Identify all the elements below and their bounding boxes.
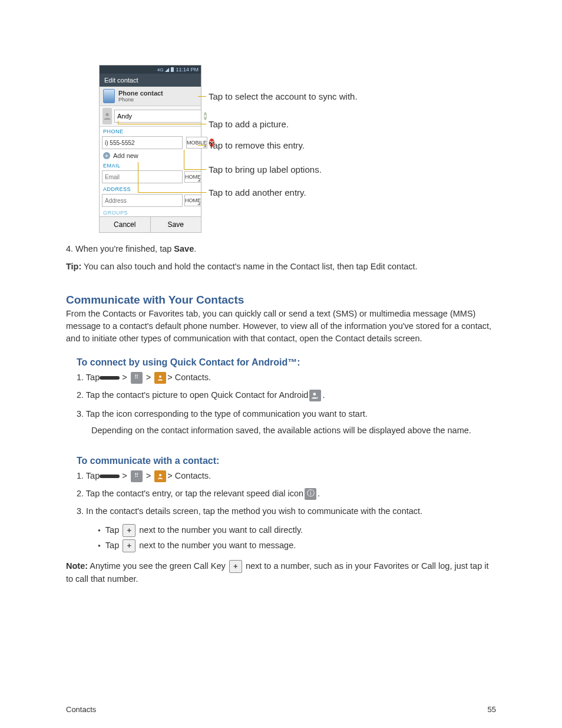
plus-box-icon: + xyxy=(123,524,135,537)
address-label-spinner[interactable]: HOME xyxy=(184,195,201,206)
email-input[interactable] xyxy=(102,170,183,183)
callout-label: Tap to bring up label options. xyxy=(209,164,322,174)
signal-icon xyxy=(165,68,169,72)
account-type: Phone contact xyxy=(118,90,197,97)
save-button[interactable]: Save xyxy=(151,217,201,232)
footer-section: Contacts xyxy=(66,704,96,716)
svg-point-4 xyxy=(159,474,161,476)
account-row[interactable]: Phone contact Phone xyxy=(100,87,201,106)
cancel-button[interactable]: Cancel xyxy=(100,217,151,232)
status-time: 11:14 PM xyxy=(176,67,199,73)
speed-dial-icon: ⓘ xyxy=(305,488,316,500)
home-key-icon xyxy=(100,376,120,380)
svg-point-1 xyxy=(159,375,161,378)
svg-point-0 xyxy=(105,113,108,116)
phone-entry-row: MOBILE ✕ xyxy=(100,135,201,150)
qc-step-2: 2. Tap the contact's picture to open Qui… xyxy=(77,389,507,401)
callout-add: Tap to add another entry. xyxy=(209,187,306,197)
contacts-icon xyxy=(154,372,166,384)
callout-picture: Tap to add a picture. xyxy=(209,119,289,129)
svg-point-2 xyxy=(313,393,316,396)
callout-account: Tap to select the account to sync with. xyxy=(209,91,358,101)
status-4g-icon: 4G xyxy=(157,67,164,73)
add-new-row[interactable]: + Add new xyxy=(100,150,201,161)
plus-icon: + xyxy=(103,152,110,159)
communicate-intro: From the Contacts or Favorites tab, you … xyxy=(66,308,496,345)
tip-line: Tip: You can also touch and hold the con… xyxy=(66,261,496,273)
section-address: ADDRESS xyxy=(100,185,201,193)
battery-icon xyxy=(171,67,174,72)
plus-box-icon: + xyxy=(123,539,135,552)
phone-screenshot: 4G 11:14 PM Edit contact Phone contact P… xyxy=(99,65,201,233)
contact-avatar[interactable] xyxy=(103,108,112,124)
plus-box-icon: + xyxy=(229,560,242,573)
status-bar: 4G 11:14 PM xyxy=(100,65,201,74)
phone-label-spinner[interactable]: MOBILE xyxy=(186,137,207,149)
dialpad-icon: ⠿ xyxy=(131,470,143,482)
add-new-label: Add new xyxy=(113,152,138,159)
qc-step-1: 1. Tap > ⠿ > > Contacts. xyxy=(77,371,507,384)
bottom-note: Note: Anytime you see the green Call Key… xyxy=(66,560,496,585)
heading-communicate: Communicate with Your Contacts xyxy=(66,292,496,308)
heading-to-communicate: To communicate with a contact: xyxy=(77,454,507,467)
callout-remove: Tap to remove this entry. xyxy=(209,140,305,150)
comm-step-3: 3. In the contact's details screen, tap … xyxy=(77,505,507,518)
dialpad-icon: ⠿ xyxy=(131,372,143,384)
screen-title: Edit contact xyxy=(100,74,201,87)
section-groups: GROUPS xyxy=(100,208,201,216)
comm-bullets: Tap + next to the number you want to cal… xyxy=(98,522,510,555)
section-email: EMAIL xyxy=(100,161,201,169)
account-sub: Phone xyxy=(118,97,197,103)
comm-step-2: 2. Tap the contact's entry, or tap the r… xyxy=(77,487,507,500)
section-phone: PHONE xyxy=(100,127,201,135)
email-entry-row: HOME xyxy=(100,169,201,185)
name-input[interactable] xyxy=(114,110,201,123)
address-entry-row: HOME xyxy=(100,193,201,208)
bottom-bar: Cancel Save xyxy=(100,216,201,232)
email-label-spinner[interactable]: HOME xyxy=(184,171,201,183)
page-footer: Contacts 55 xyxy=(66,704,496,716)
phone-number-input[interactable] xyxy=(102,136,183,149)
address-input[interactable] xyxy=(102,194,183,207)
home-key-icon xyxy=(100,475,120,478)
contacts-icon xyxy=(154,470,166,482)
svg-text:+: + xyxy=(317,395,319,398)
expand-name-icon[interactable]: ▾ xyxy=(204,112,207,120)
step-4: 4. When you're finished, tap Save. xyxy=(66,243,496,255)
comm-step-1: 1. Tap > ⠿ > > Contacts. xyxy=(77,470,507,482)
qc-note: Depending on the contact information sav… xyxy=(91,424,492,437)
footer-page: 55 xyxy=(488,704,496,716)
tablet-icon xyxy=(103,89,115,103)
new-contact-icon: + xyxy=(309,390,321,401)
qc-step-3: 3. Tap the icon corresponding to the typ… xyxy=(77,408,507,420)
heading-quick-contact: To connect by using Quick Contact for An… xyxy=(77,355,507,369)
